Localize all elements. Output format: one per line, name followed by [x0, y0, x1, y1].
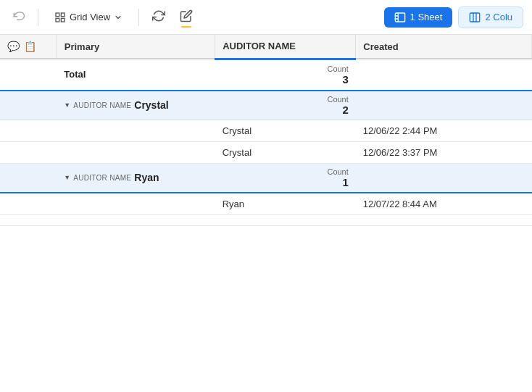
group-ryan-label-wrapper: ▼ AUDITOR NAME Ryan — [64, 172, 207, 183]
refresh-icon — [152, 9, 165, 22]
group-ryan-created-cell — [356, 163, 532, 193]
table-row: Ryan 12/07/22 8:44 AM — [0, 193, 532, 215]
row-1-created: 12/06/22 2:44 PM — [356, 120, 532, 141]
table-row-empty — [0, 214, 532, 225]
table-row: Crystal 12/06/22 2:44 PM — [0, 120, 532, 141]
total-row-num — [0, 59, 57, 91]
group-crystal-num — [0, 91, 57, 120]
group-crystal-count-value: 2 — [223, 104, 349, 116]
triangle-icon-crystal: ▼ — [64, 101, 70, 109]
row-3-created: 12/07/22 8:44 AM — [356, 193, 532, 215]
toolbar-divider-2 — [138, 9, 139, 26]
row-3-auditor: Ryan — [215, 193, 356, 215]
sheet-icon — [394, 12, 406, 23]
group-ryan-count-value: 1 — [223, 176, 349, 188]
svg-rect-4 — [395, 13, 404, 22]
svg-rect-2 — [56, 18, 59, 22]
columns-button-label: 2 Colu — [485, 12, 512, 22]
comment-icon: 💬 — [7, 41, 20, 52]
row-4-primary — [57, 214, 215, 225]
group-crystal-created-cell — [356, 91, 532, 120]
triangle-icon-ryan: ▼ — [64, 174, 70, 181]
columns-icon — [469, 12, 481, 23]
group-ryan-label-cell: ▼ AUDITOR NAME Ryan — [57, 163, 215, 193]
total-count-label: Count — [223, 64, 349, 73]
group-ryan-count-label: Count — [223, 167, 349, 176]
table-row: Crystal 12/06/22 3:37 PM — [0, 141, 532, 163]
group-ryan-name: Ryan — [134, 172, 159, 183]
row-num-3 — [0, 193, 57, 215]
toolbar-divider-1 — [38, 9, 38, 26]
primary-label: Primary — [65, 41, 99, 52]
row-3-primary — [57, 193, 215, 215]
header-created: Created — [356, 35, 532, 59]
header-primary: Primary — [57, 35, 215, 59]
refresh-button[interactable] — [148, 5, 170, 29]
group-crystal-label-wrapper: ▼ AUDITOR NAME Crystal — [64, 99, 207, 111]
group-header-ryan: ▼ AUDITOR NAME Ryan Count 1 — [0, 163, 532, 193]
row-4-auditor — [215, 214, 356, 225]
group-header-crystal: ▼ AUDITOR NAME Crystal Count 2 — [0, 91, 532, 120]
table-body: Total Count 3 ▼ AUDITOR NAME Crystal — [0, 59, 532, 225]
group-crystal-count-cell: Count 2 — [215, 91, 356, 120]
svg-rect-3 — [61, 18, 65, 22]
group-ryan-count-cell: Count 1 — [215, 163, 356, 193]
total-count-value: 3 — [223, 73, 349, 86]
group-crystal-label-cell: ▼ AUDITOR NAME Crystal — [57, 91, 215, 120]
undo-button[interactable] — [9, 6, 29, 28]
svg-rect-5 — [470, 13, 480, 22]
group-ryan-prefix: AUDITOR NAME — [73, 174, 131, 182]
pencil-icon — [180, 9, 193, 22]
total-row: Total Count 3 — [0, 59, 532, 91]
main-table: 💬 📋 Primary AUDITOR NAME Created T — [0, 35, 532, 226]
total-created-cell — [356, 59, 532, 91]
group-crystal-name: Crystal — [134, 99, 168, 111]
auditor-name-label: AUDITOR NAME — [223, 41, 296, 51]
sheet-button[interactable]: 1 Sheet — [384, 7, 453, 28]
created-label: Created — [363, 41, 398, 52]
grid-view-label: Grid View — [70, 12, 110, 22]
group-ryan-num — [0, 163, 57, 193]
total-count-cell: Count 3 — [215, 59, 356, 91]
edit-underline-decoration — [181, 26, 191, 28]
row-2-created: 12/06/22 3:37 PM — [356, 141, 532, 163]
edit-button-wrapper — [175, 5, 197, 29]
row-4-created — [356, 214, 532, 225]
grid-view-button[interactable]: Grid View — [47, 8, 130, 27]
undo-icon — [12, 9, 25, 22]
table-area: 💬 📋 Primary AUDITOR NAME Created T — [0, 35, 532, 226]
header-row-number: 💬 📋 — [0, 35, 57, 59]
group-crystal-prefix: AUDITOR NAME — [73, 101, 131, 109]
row-1-primary — [57, 120, 215, 141]
row-2-auditor: Crystal — [215, 141, 356, 163]
toolbar: Grid View 1 Sheet — [0, 0, 532, 35]
total-label: Total — [57, 59, 215, 91]
copy-icon: 📋 — [24, 41, 36, 52]
grid-view-icon — [54, 12, 66, 23]
sheet-button-label: 1 Sheet — [410, 12, 443, 22]
table-header-row: 💬 📋 Primary AUDITOR NAME Created — [0, 35, 532, 59]
header-auditor-name: AUDITOR NAME — [215, 35, 356, 59]
columns-button[interactable]: 2 Colu — [458, 7, 523, 28]
header-icons: 💬 📋 — [7, 41, 46, 52]
chevron-down-icon — [114, 13, 122, 22]
row-1-auditor: Crystal — [215, 120, 356, 141]
row-num-1 — [0, 120, 57, 141]
row-num-4 — [0, 214, 57, 225]
svg-rect-0 — [56, 13, 59, 17]
row-2-primary — [57, 141, 215, 163]
group-crystal-count-label: Count — [223, 95, 349, 104]
svg-rect-1 — [61, 13, 65, 17]
row-num-2 — [0, 141, 57, 163]
